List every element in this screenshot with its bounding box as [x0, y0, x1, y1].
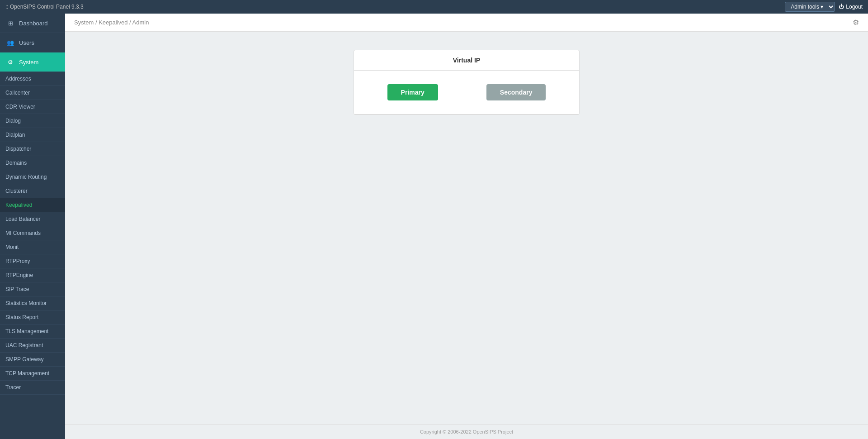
- content-area: System / Keepalived / Admin ⚙ Virtual IP…: [65, 14, 868, 439]
- sidebar-item-dashboard[interactable]: ⊞ Dashboard: [0, 14, 65, 33]
- sidebar-item-domains[interactable]: Domains: [0, 156, 65, 170]
- sidebar-item-callcenter[interactable]: Callcenter: [0, 86, 65, 100]
- topbar-right: Admin tools ▾ ⏻ Logout: [785, 2, 863, 12]
- sidebar-item-addresses[interactable]: Addresses: [0, 72, 65, 86]
- sidebar-item-status-report[interactable]: Status Report: [0, 310, 65, 324]
- sidebar-item-statistics-monitor[interactable]: Statistics Monitor: [0, 296, 65, 310]
- sidebar-item-rtpengine[interactable]: RTPEngine: [0, 268, 65, 282]
- settings-button[interactable]: ⚙: [853, 18, 859, 27]
- sidebar-item-users[interactable]: 👥 Users: [0, 33, 65, 52]
- secondary-button[interactable]: Secondary: [486, 84, 546, 100]
- footer: Copyright © 2006-2022 OpenSIPS Project: [65, 424, 868, 439]
- sidebar-item-clusterer[interactable]: Clusterer: [0, 184, 65, 198]
- sidebar-item-dispatcher[interactable]: Dispatcher: [0, 142, 65, 156]
- main-layout: ⊞ Dashboard 👥 Users ⚙ System Addresses C…: [0, 14, 868, 439]
- virtual-ip-container: Virtual IP Primary Secondary: [354, 50, 580, 115]
- power-icon: ⏻: [839, 4, 844, 10]
- virtual-ip-buttons: Primary Secondary: [354, 71, 579, 115]
- logout-button[interactable]: ⏻ Logout: [839, 4, 863, 10]
- copyright-text: Copyright © 2006-2022 OpenSIPS Project: [420, 429, 513, 434]
- sidebar-item-monit[interactable]: Monit: [0, 240, 65, 254]
- breadcrumb: System / Keepalived / Admin: [74, 19, 149, 26]
- sidebar-item-sip-trace[interactable]: SIP Trace: [0, 282, 65, 296]
- dashboard-icon: ⊞: [5, 18, 15, 28]
- app-title: :: OpenSIPS Control Panel 9.3.3: [5, 4, 84, 10]
- breadcrumb-bar: System / Keepalived / Admin ⚙: [65, 14, 868, 32]
- system-icon: ⚙: [5, 57, 15, 67]
- sidebar-item-dialog[interactable]: Dialog: [0, 114, 65, 128]
- virtual-ip-title: Virtual IP: [354, 50, 579, 71]
- sidebar-item-load-balancer[interactable]: Load Balancer: [0, 212, 65, 226]
- topbar: :: OpenSIPS Control Panel 9.3.3 Admin to…: [0, 0, 868, 14]
- admin-tools-dropdown[interactable]: Admin tools ▾: [785, 2, 835, 12]
- sidebar: ⊞ Dashboard 👥 Users ⚙ System Addresses C…: [0, 14, 65, 439]
- sidebar-item-system[interactable]: ⚙ System: [0, 52, 65, 72]
- sidebar-item-keepalived[interactable]: Keepalived: [0, 198, 65, 212]
- sidebar-item-tls-management[interactable]: TLS Management: [0, 324, 65, 339]
- sidebar-item-cdr-viewer[interactable]: CDR Viewer: [0, 100, 65, 114]
- sidebar-item-dynamic-routing[interactable]: Dynamic Routing: [0, 170, 65, 184]
- sidebar-item-uac-registrant[interactable]: UAC Registrant: [0, 339, 65, 353]
- page-content: Virtual IP Primary Secondary: [65, 32, 868, 424]
- sidebar-item-mi-commands[interactable]: MI Commands: [0, 226, 65, 240]
- sidebar-item-rtpproxy[interactable]: RTPProxy: [0, 254, 65, 268]
- gear-icon: ⚙: [853, 19, 859, 26]
- sidebar-item-dialplan[interactable]: Dialplan: [0, 128, 65, 142]
- sidebar-item-tracer[interactable]: Tracer: [0, 381, 65, 395]
- users-icon: 👥: [5, 38, 15, 48]
- primary-button[interactable]: Primary: [387, 84, 438, 100]
- sidebar-item-smpp-gateway[interactable]: SMPP Gateway: [0, 353, 65, 367]
- sidebar-item-tcp-management[interactable]: TCP Management: [0, 367, 65, 381]
